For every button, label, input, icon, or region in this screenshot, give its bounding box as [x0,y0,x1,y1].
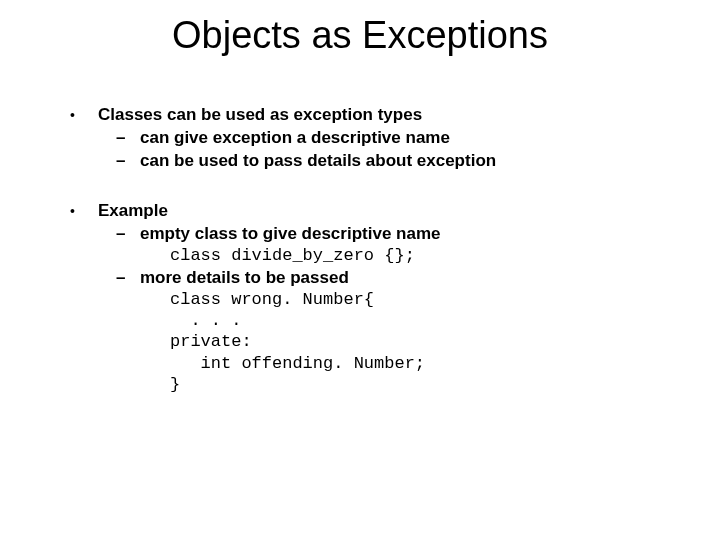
bullet-1-sub-2: – can be used to pass details about exce… [116,150,650,171]
bullet-2-sub-2-text: more details to be passed [140,267,650,288]
code-line-2e: } [170,374,650,395]
bullet-2-text: Example [98,200,650,221]
bullet-2-sub-2: – more details to be passed [116,267,650,288]
bullet-2: • Example [70,200,650,221]
bullet-1-sub-1-text: can give exception a descriptive name [140,127,650,148]
bullet-2-sub-1: – empty class to give descriptive name [116,223,650,244]
code-line-2b: . . . [170,310,650,331]
slide: Objects as Exceptions • Classes can be u… [0,0,720,540]
dash-icon: – [116,127,140,148]
code-line-2c: private: [170,331,650,352]
code-line-2a: class wrong. Number{ [170,289,650,310]
bullet-dot-icon: • [70,200,98,221]
bullet-1: • Classes can be used as exception types [70,104,650,125]
bullet-1-sub-1: – can give exception a descriptive name [116,127,650,148]
code-line-1: class divide_by_zero {}; [170,245,650,266]
slide-body: • Classes can be used as exception types… [70,104,650,395]
dash-icon: – [116,267,140,288]
spacer [70,172,650,200]
bullet-1-text: Classes can be used as exception types [98,104,650,125]
dash-icon: – [116,150,140,171]
code-line-2d: int offending. Number; [170,353,650,374]
dash-icon: – [116,223,140,244]
slide-title: Objects as Exceptions [0,14,720,57]
bullet-1-sub-2-text: can be used to pass details about except… [140,150,650,171]
bullet-2-sub-1-text: empty class to give descriptive name [140,223,650,244]
bullet-dot-icon: • [70,104,98,125]
